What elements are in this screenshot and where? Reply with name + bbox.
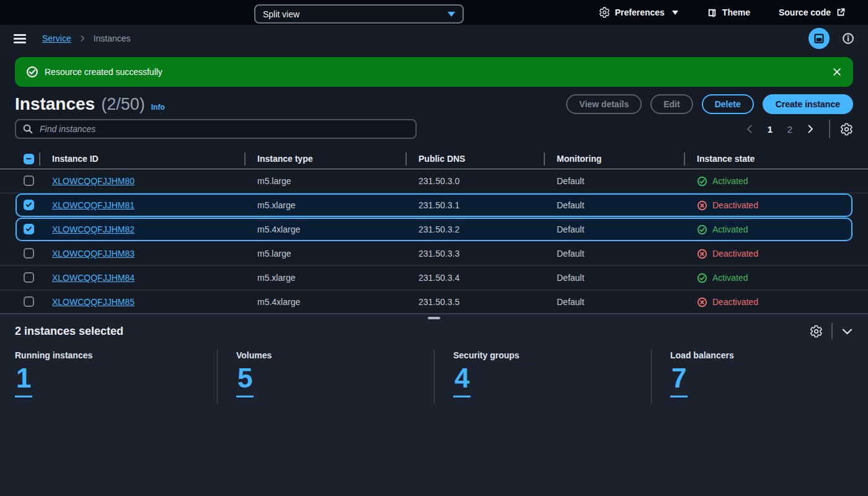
column-header-instance-id[interactable]: Instance ID: [39, 149, 244, 169]
preferences-label: Preferences: [615, 7, 665, 17]
delete-button[interactable]: Delete: [702, 94, 754, 114]
source-code-link[interactable]: Source code: [779, 7, 846, 17]
row-checkbox[interactable]: [24, 200, 34, 210]
instance-state-badge: Deactivated: [684, 200, 868, 211]
instance-state-label: Activated: [712, 224, 748, 234]
close-icon: [832, 67, 842, 77]
row-checkbox[interactable]: [24, 224, 34, 234]
public-dns-cell: 231.50.3.0: [405, 176, 544, 186]
instance-state-badge: Activated: [684, 273, 868, 283]
info-button[interactable]: [842, 32, 854, 45]
check-circle-icon: [697, 176, 707, 187]
instance-state-badge: Activated: [684, 224, 868, 235]
edit-button[interactable]: Edit: [650, 94, 693, 114]
instance-type-cell: m5.xlarge: [244, 273, 405, 283]
instance-type-cell: m5.4xlarge: [244, 224, 405, 234]
theme-button[interactable]: Theme: [707, 7, 750, 18]
breadcrumb-current: Instances: [94, 33, 131, 43]
monitoring-cell: Default: [544, 200, 684, 210]
column-header-public-dns[interactable]: Public DNS: [405, 149, 544, 169]
instances-table: Instance ID Instance type Public DNS Mon…: [0, 149, 868, 314]
breadcrumb-service-link[interactable]: Service: [42, 33, 71, 43]
breadcrumb: Service Instances: [42, 33, 131, 43]
row-checkbox[interactable]: [24, 248, 34, 259]
pagination: 1 2: [741, 120, 853, 138]
instance-type-cell: m5.large: [244, 176, 405, 186]
top-bar: Split view Preferences Theme Source code: [0, 0, 868, 25]
instance-type-cell: m5.xlarge: [244, 200, 405, 210]
flash-close-button[interactable]: [832, 67, 842, 77]
x-circle-icon: [697, 249, 707, 259]
preferences-menu[interactable]: Preferences: [599, 7, 678, 18]
select-all-checkbox[interactable]: [24, 154, 34, 164]
divider: [831, 323, 833, 339]
instance-id-link[interactable]: XLOWCQQFJJHM80: [52, 176, 135, 186]
page-1-button[interactable]: 1: [762, 124, 778, 135]
info-link[interactable]: Info: [151, 103, 165, 112]
item-counter: (2/50): [101, 95, 145, 114]
previous-page-button[interactable]: [741, 120, 758, 138]
row-checkbox[interactable]: [24, 175, 34, 186]
table-row[interactable]: XLOWCQQFJJHM82 m5.4xlarge 231.50.3.2 Def…: [0, 218, 868, 242]
public-dns-cell: 231.50.3.5: [405, 297, 544, 307]
public-dns-cell: 231.50.3.2: [405, 224, 544, 234]
table-preferences-button[interactable]: [840, 123, 853, 136]
metric-security-groups: Security groups 4: [434, 349, 651, 404]
find-instances-input[interactable]: [15, 119, 417, 139]
table-body: XLOWCQQFJJHM80 m5.large 231.50.3.0 Defau…: [0, 169, 868, 314]
indeterminate-icon: [25, 154, 33, 163]
monitoring-cell: Default: [544, 297, 684, 307]
instance-state-badge: Deactivated: [684, 297, 868, 308]
metric-label: Security groups: [453, 350, 651, 360]
table-row[interactable]: XLOWCQQFJJHM80 m5.large 231.50.3.0 Defau…: [0, 169, 868, 193]
metric-volumes: Volumes 5: [217, 349, 434, 404]
metric-label: Running instances: [15, 350, 217, 360]
caret-down-icon: [448, 12, 455, 17]
search-icon: [22, 123, 33, 135]
chevron-left-icon: [745, 124, 755, 134]
external-link-icon: [836, 7, 846, 17]
theme-label: Theme: [722, 7, 750, 17]
split-panel-toggle-button[interactable]: [808, 28, 830, 49]
table-row[interactable]: XLOWCQQFJJHM81 m5.xlarge 231.50.3.1 Defa…: [0, 193, 868, 218]
page-2-button[interactable]: 2: [782, 124, 798, 135]
metric-value-link[interactable]: 1: [15, 364, 32, 397]
split-panel-preferences-button[interactable]: [810, 325, 823, 338]
metric-value-link[interactable]: 7: [670, 364, 688, 397]
table-row[interactable]: XLOWCQQFJJHM85 m5.4xlarge 231.50.3.5 Def…: [0, 290, 868, 314]
split-panel-title: 2 instances selected: [15, 325, 123, 338]
table-row[interactable]: XLOWCQQFJJHM84 m5.xlarge 231.50.3.4 Defa…: [0, 266, 868, 290]
info-icon: [842, 32, 854, 45]
column-header-monitoring[interactable]: Monitoring: [544, 149, 684, 169]
column-header-instance-type[interactable]: Instance type: [244, 149, 405, 169]
row-checkbox[interactable]: [24, 272, 34, 283]
next-page-button[interactable]: [802, 120, 819, 138]
chevron-down-icon: [841, 326, 853, 337]
selected-instances-metrics: Running instances 1 Volumes 5 Security g…: [0, 349, 868, 404]
split-view-select-value: Split view: [263, 9, 299, 19]
metric-running-instances: Running instances 1: [0, 349, 217, 404]
instance-id-link[interactable]: XLOWCQQFJJHM81: [52, 200, 135, 210]
metric-value-link[interactable]: 4: [453, 364, 471, 397]
table-row[interactable]: XLOWCQQFJJHM83 m5.large 231.50.3.3 Defau…: [0, 242, 868, 266]
row-checkbox[interactable]: [24, 296, 34, 307]
instance-id-link[interactable]: XLOWCQQFJJHM85: [52, 297, 135, 307]
monitoring-cell: Default: [544, 176, 684, 186]
menu-icon[interactable]: [14, 34, 26, 43]
instance-state-badge: Deactivated: [684, 249, 868, 259]
chevron-right-icon: [805, 124, 815, 134]
metric-value-link[interactable]: 5: [236, 364, 254, 397]
monitoring-cell: Default: [544, 249, 684, 259]
instance-id-link[interactable]: XLOWCQQFJJHM83: [52, 249, 135, 259]
instance-id-link[interactable]: XLOWCQQFJJHM84: [52, 273, 135, 283]
split-view-select[interactable]: Split view: [254, 4, 464, 24]
split-panel-collapse-button[interactable]: [841, 326, 853, 337]
view-details-button[interactable]: View details: [566, 94, 642, 114]
breadcrumb-bar: Service Instances: [0, 25, 868, 52]
monitoring-cell: Default: [544, 273, 684, 283]
split-panel: 2 instances selected Running instances 1…: [0, 313, 868, 496]
column-header-instance-state[interactable]: Instance state: [684, 149, 868, 169]
instance-id-link[interactable]: XLOWCQQFJJHM82: [52, 224, 135, 234]
create-instance-button[interactable]: Create instance: [763, 94, 853, 114]
instance-type-cell: m5.4xlarge: [244, 297, 405, 307]
